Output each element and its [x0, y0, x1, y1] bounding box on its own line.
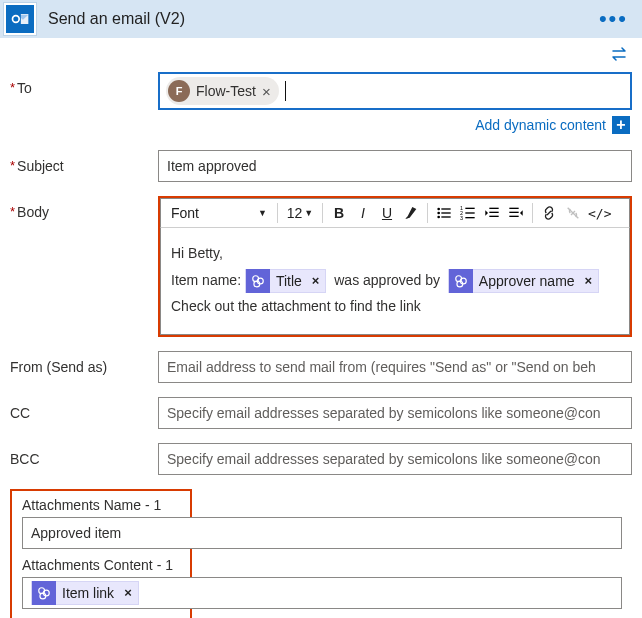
sharepoint-token-icon [449, 269, 473, 293]
svg-rect-8 [441, 216, 450, 217]
attachment-content-input[interactable]: Item link × [22, 577, 622, 609]
svg-text:3: 3 [460, 215, 463, 221]
svg-rect-12 [465, 212, 474, 213]
bullet-list-button[interactable] [432, 199, 456, 227]
svg-point-3 [437, 208, 440, 211]
subject-label: *Subject [10, 150, 158, 174]
svg-rect-6 [441, 212, 450, 213]
remove-token-icon[interactable]: × [124, 585, 132, 600]
recipient-name: Flow-Test [196, 83, 256, 99]
body-line-3: Check out the attachment to find the lin… [171, 293, 619, 320]
dynamic-token-item-link[interactable]: Item link × [31, 581, 139, 605]
svg-point-5 [437, 212, 440, 215]
to-label: *To [10, 72, 158, 96]
cc-label: CC [10, 397, 158, 421]
body-editor-highlight: Font▼ 12▼ B I U 123 </> [158, 196, 632, 337]
italic-button[interactable]: I [351, 199, 375, 227]
to-input[interactable]: F Flow-Test × [158, 72, 632, 110]
remove-token-icon[interactable]: × [312, 269, 320, 294]
attachment-name-label: Attachments Name - 1 [22, 497, 180, 513]
sharepoint-token-icon [32, 581, 56, 605]
from-input[interactable]: Email address to send mail from (require… [158, 351, 632, 383]
font-select[interactable]: Font▼ [165, 199, 273, 227]
add-dynamic-content-button[interactable]: + [612, 116, 630, 134]
card-header: Send an email (V2) ••• [0, 0, 642, 38]
remove-token-icon[interactable]: × [585, 269, 593, 294]
svg-rect-17 [489, 216, 498, 217]
add-dynamic-content-link[interactable]: Add dynamic content [475, 117, 606, 133]
svg-rect-14 [465, 217, 474, 218]
recipient-pill[interactable]: F Flow-Test × [166, 77, 279, 105]
highlight-button[interactable] [399, 199, 423, 227]
dynamic-token-approver[interactable]: Approver name × [448, 269, 599, 293]
from-label: From (Send as) [10, 351, 158, 375]
body-label: *Body [10, 196, 158, 220]
underline-button[interactable]: U [375, 199, 399, 227]
svg-point-7 [437, 216, 440, 219]
swap-icon-row [0, 38, 642, 72]
svg-rect-4 [441, 208, 450, 209]
attachment-content-label: Attachments Content - 1 [22, 557, 180, 573]
body-line-1: Hi Betty, [171, 240, 619, 267]
avatar: F [168, 80, 190, 102]
svg-rect-19 [509, 212, 518, 213]
svg-rect-18 [509, 208, 518, 209]
unlink-button [561, 199, 585, 227]
cc-input[interactable]: Specify email addresses separated by sem… [158, 397, 632, 429]
body-line-2: Item name: Title × was approved by Appro… [171, 267, 619, 294]
svg-rect-15 [489, 208, 498, 209]
attachments-highlight: Attachments Name - 1 Approved item Attac… [10, 489, 192, 618]
rich-text-toolbar: Font▼ 12▼ B I U 123 </> [160, 198, 630, 228]
dynamic-token-title[interactable]: Title × [245, 269, 327, 293]
subject-input[interactable]: Item approved [158, 150, 632, 182]
text-cursor [285, 81, 286, 101]
swap-icon[interactable] [610, 47, 628, 64]
remove-recipient-icon[interactable]: × [262, 83, 271, 100]
code-view-button[interactable]: </> [585, 199, 614, 227]
card-menu-button[interactable]: ••• [593, 6, 634, 32]
attachment-name-input[interactable]: Approved item [22, 517, 622, 549]
svg-rect-10 [465, 208, 474, 209]
sharepoint-token-icon [246, 269, 270, 293]
svg-rect-20 [509, 216, 518, 217]
indent-button [504, 199, 528, 227]
bcc-input[interactable]: Specify email addresses separated by sem… [158, 443, 632, 475]
link-button[interactable] [537, 199, 561, 227]
card-title: Send an email (V2) [48, 10, 593, 28]
number-list-button[interactable]: 123 [456, 199, 480, 227]
bcc-label: BCC [10, 443, 158, 467]
font-size-select[interactable]: 12▼ [282, 199, 318, 227]
bold-button[interactable]: B [327, 199, 351, 227]
outlook-icon [4, 3, 36, 35]
body-editor[interactable]: Hi Betty, Item name: Title × was approve… [160, 228, 630, 335]
outdent-button [480, 199, 504, 227]
svg-rect-16 [489, 212, 498, 213]
